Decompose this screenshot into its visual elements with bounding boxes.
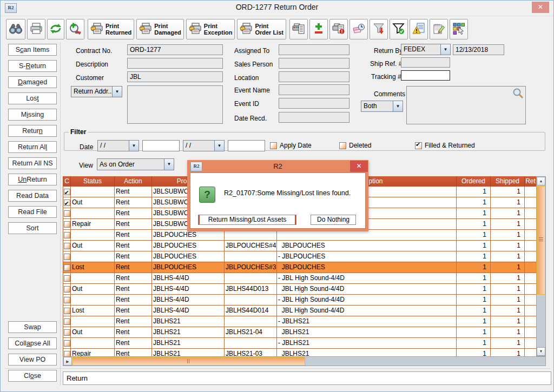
table-row[interactable]: RepairRentJBLHS21JBLHS21-03 JBLHS2111 — [63, 349, 537, 356]
dialog-close-button[interactable]: ✕ — [350, 161, 368, 172]
sidebar-button-view-po[interactable]: View PO — [8, 354, 57, 366]
vertical-scrollbar[interactable]: ▲ ▼ — [536, 176, 546, 356]
sidebar-button-lost[interactable]: Lost — [8, 92, 57, 104]
row-checkbox[interactable] — [64, 243, 70, 249]
sidebar-button-collapse-all[interactable]: Collapse All — [8, 337, 57, 349]
table-row[interactable]: LostRentJBLHS-4/4DJBLHS44D014 JBL High S… — [63, 305, 537, 316]
sidebar-button-scan-items[interactable]: Scan Items — [8, 44, 57, 56]
column-header-ret[interactable]: Ret — [525, 176, 537, 187]
date-recd-field[interactable] — [279, 112, 349, 123]
sidebar-button-close[interactable]: Close — [8, 370, 57, 382]
row-checkbox[interactable] — [64, 308, 70, 314]
vertical-scroll-thumb[interactable] — [537, 186, 545, 295]
find-button[interactable] — [6, 19, 25, 39]
row-checkbox[interactable] — [64, 340, 70, 347]
print-alert-button[interactable] — [329, 19, 348, 39]
column-header-shipped[interactable]: Shipped — [491, 176, 525, 187]
chevron-down-icon[interactable]: ▼ — [112, 87, 122, 97]
toolbar-print-exception-button[interactable]: PrintException — [186, 19, 235, 39]
filter-checkbox-deleted[interactable]: Deleted — [339, 142, 371, 149]
horizontal-scroll-thumb[interactable] — [72, 357, 305, 366]
zoom-button[interactable] — [66, 19, 84, 39]
return-address-box[interactable] — [127, 85, 223, 124]
table-row[interactable]: OutRentJBLHS21JBLHS21-04 JBLHS2111 — [63, 327, 537, 338]
row-checkbox[interactable] — [64, 351, 70, 357]
chevron-down-icon[interactable]: ▼ — [164, 159, 174, 170]
warning-doc-button[interactable] — [410, 19, 428, 39]
row-checkbox[interactable] — [64, 232, 70, 238]
toolbar-print-order-list-button[interactable]: PrintOrder List — [237, 19, 286, 39]
contract-no-field[interactable]: ORD-1277 — [127, 44, 223, 55]
row-checkbox[interactable] — [64, 329, 70, 336]
column-header-action[interactable]: Action — [115, 176, 152, 187]
comments-box[interactable] — [406, 86, 526, 124]
ship-ref-field[interactable] — [401, 57, 450, 68]
checkbox[interactable] — [415, 142, 422, 149]
layout-cursor-button[interactable] — [450, 19, 468, 39]
chevron-down-icon[interactable]: ▼ — [214, 141, 224, 151]
sales-person-field[interactable] — [279, 58, 349, 69]
add-remove-button[interactable] — [309, 19, 328, 39]
table-row[interactable]: RentJBLHS21- JBLHS2111 — [63, 338, 537, 349]
table-row[interactable]: RentJBLHS-4/4D- JBL High Sound-4/4D11 — [63, 273, 537, 284]
date-from-dropdown[interactable]: / /▼ — [97, 140, 139, 151]
description-field[interactable] — [127, 58, 223, 69]
chevron-down-icon[interactable]: ▼ — [129, 141, 138, 151]
date-to-dropdown[interactable]: / /▼ — [183, 140, 225, 151]
row-checkbox[interactable] — [64, 221, 70, 228]
table-row[interactable]: OutRentJBLPOUCHESJBLPOUCHES#4 JBLPOUCHES… — [63, 241, 537, 251]
horizontal-scrollbar[interactable]: ◀ ▶ — [63, 356, 546, 366]
row-checkbox[interactable] — [64, 264, 70, 271]
filter-checkbox-filled-returned[interactable]: Filled & Returned — [415, 142, 475, 149]
funnel-check-button[interactable] — [390, 19, 408, 39]
toolbar-print-returned-button[interactable]: PrintReturned — [88, 19, 134, 39]
window-close-button[interactable]: ✕ — [532, 2, 549, 13]
checkbox[interactable] — [270, 142, 277, 149]
refresh-button[interactable] — [47, 19, 64, 39]
sidebar-button-swap[interactable]: Swap — [8, 321, 57, 333]
print-button[interactable] — [27, 19, 45, 39]
row-checkbox[interactable] — [64, 297, 70, 303]
table-row[interactable]: OutRentJBLHS-4/4DJBLHS44D013 JBL High So… — [63, 284, 537, 295]
table-row[interactable]: LostRentJBLPOUCHESJBLPOUCHES#3 JBLPOUCHE… — [63, 262, 537, 273]
column-header-c[interactable]: C — [63, 176, 71, 187]
view-dropdown[interactable]: As on Order▼ — [97, 158, 174, 170]
row-checkbox[interactable] — [64, 200, 70, 206]
checkbox[interactable] — [339, 142, 346, 149]
assigned-to-field[interactable] — [279, 44, 349, 55]
column-header-status[interactable]: Status — [71, 176, 115, 187]
chevron-down-icon[interactable]: ▼ — [393, 101, 403, 111]
sidebar-button-read-file[interactable]: Read File — [8, 206, 57, 218]
table-row[interactable]: RentJBLPOUCHES- JBLPOUCHES11 — [63, 251, 537, 262]
scroll-up-button[interactable]: ▲ — [537, 177, 545, 185]
sidebar-button-return-all-ns[interactable]: Return All NS — [8, 157, 57, 169]
table-row[interactable]: RentJBLPOUCHES11 — [63, 230, 537, 241]
filter-checkbox-apply-date[interactable]: Apply Date — [270, 142, 312, 149]
sidebar-button-unreturn[interactable]: UnReturn — [8, 174, 57, 185]
row-checkbox[interactable] — [64, 254, 70, 260]
date-from-time-field[interactable] — [142, 140, 180, 151]
table-row[interactable]: RentJBLHS-4/4D- JBL High Sound-4/4D11 — [63, 295, 537, 305]
column-header-ordered[interactable]: Ordered — [457, 176, 491, 187]
sidebar-button-read-data[interactable]: Read Data — [8, 190, 57, 202]
notepad-edit-button[interactable] — [430, 19, 448, 39]
toolbar-print-damaged-button[interactable]: PrintDamaged — [136, 19, 184, 39]
row-checkbox[interactable] — [64, 275, 70, 282]
table-row[interactable]: RentJBLHS21- JBLHS2111 — [63, 316, 537, 327]
chevron-down-icon[interactable]: ▼ — [440, 44, 450, 55]
sidebar-button-return[interactable]: Return — [8, 125, 57, 137]
sidebar-button-return-all[interactable]: Return All — [8, 141, 57, 153]
return-missing-lost-assets-button[interactable]: Return Missing/Lost Assets — [198, 215, 296, 225]
scroll-down-button[interactable]: ▼ — [537, 347, 545, 356]
scroll-right-button[interactable]: ▶ — [63, 357, 72, 366]
search-icon[interactable] — [512, 88, 524, 101]
return-date-field[interactable]: 12/13/2018 — [453, 44, 504, 55]
print-list-button[interactable] — [289, 19, 308, 39]
sidebar-button-s-return[interactable]: S-Return — [8, 60, 57, 72]
notes-clock-button[interactable] — [349, 19, 368, 39]
event-id-field[interactable] — [279, 98, 349, 109]
location-field[interactable] — [279, 71, 349, 82]
tracking-field[interactable] — [401, 70, 450, 81]
sidebar-button-missing[interactable]: Missing — [8, 109, 57, 121]
customer-field[interactable]: JBL — [127, 71, 223, 82]
